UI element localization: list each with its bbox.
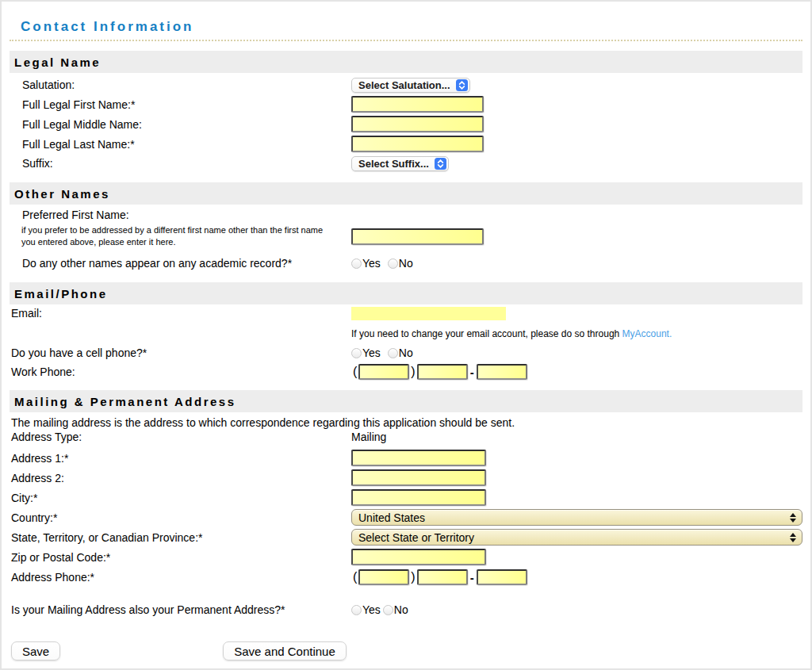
middle-name-input[interactable]	[351, 116, 484, 132]
state-select[interactable]: Select State or Territory	[351, 529, 802, 546]
last-name-label: Full Legal Last Name:*	[10, 138, 351, 151]
suffix-select-value: Select Suffix...	[358, 158, 429, 170]
preferred-name-label-row: Preferred First Name:	[10, 207, 802, 223]
section-header-label: Other Names	[14, 187, 110, 201]
address-type-value: Mailing	[351, 431, 386, 443]
work-phone-line-input[interactable]	[477, 364, 527, 380]
cell-phone-row: Do you have a cell phone?* Yes No	[10, 344, 802, 362]
address1-row: Address 1:*	[10, 448, 802, 468]
save-button[interactable]: Save	[11, 641, 60, 660]
phone-open-paren: (	[353, 570, 357, 584]
address1-label: Address 1:*	[10, 452, 351, 465]
myaccount-link[interactable]: MyAccount.	[622, 328, 672, 339]
salutation-row: Salutation: Select Salutation...	[10, 75, 802, 94]
address-phone-line-input[interactable]	[477, 569, 527, 585]
state-row: State, Territory, or Canadian Province:*…	[10, 527, 802, 547]
cell-yes-radio[interactable]	[351, 348, 362, 358]
select-arrows-icon	[790, 533, 796, 542]
salutation-label: Salutation:	[10, 78, 351, 91]
phone-close-paren: )	[411, 365, 415, 379]
permanent-yes-radio[interactable]	[351, 605, 362, 615]
address-phone-label: Address Phone:*	[10, 571, 351, 584]
phone-open-paren: (	[353, 365, 357, 379]
permanent-address-question: Is your Mailing Address also your Perman…	[10, 603, 351, 616]
work-phone-prefix-input[interactable]	[417, 364, 468, 380]
first-name-input[interactable]	[351, 96, 484, 113]
city-label: City:*	[10, 492, 351, 504]
state-label: State, Territory, or Canadian Province:*	[10, 531, 351, 544]
address2-input[interactable]	[351, 469, 486, 486]
work-phone-row: Work Phone: ( ) -	[10, 362, 802, 382]
work-phone-area-input[interactable]	[358, 364, 409, 380]
select-arrows-icon	[456, 79, 468, 91]
address-type-label: Address Type:	[10, 431, 351, 443]
preferred-name-input[interactable]	[351, 228, 484, 245]
country-select-value: United States	[358, 511, 425, 524]
yes-radio-label: Yes	[362, 603, 381, 616]
select-arrows-icon	[435, 158, 446, 170]
section-header-label: Email/Phone	[14, 287, 108, 301]
salutation-select-value: Select Salutation...	[358, 79, 450, 91]
phone-dash: -	[470, 571, 474, 584]
section-header-label: Mailing & Permanent Address	[14, 395, 236, 408]
section-header-mailing-address: Mailing & Permanent Address	[10, 390, 802, 412]
email-row: Email:	[10, 304, 802, 322]
zip-row: Zip or Postal Code:*	[10, 547, 802, 567]
address-phone-prefix-input[interactable]	[417, 569, 468, 585]
zip-label: Zip or Postal Code:*	[10, 551, 351, 564]
state-select-value: Select State or Territory	[358, 531, 474, 544]
section-header-email-phone: Email/Phone	[10, 282, 802, 304]
cell-phone-question: Do you have a cell phone?*	[10, 346, 351, 359]
section-header-label: Legal Name	[14, 56, 101, 69]
middle-name-label: Full Legal Middle Name:	[10, 118, 351, 131]
academic-record-question: Do any other names appear on any academi…	[10, 257, 351, 270]
contact-form: Contact Information Legal Name Salutatio…	[0, 0, 812, 670]
first-name-label: Full Legal First Name:*	[10, 98, 351, 111]
academic-yes-radio[interactable]	[351, 258, 362, 269]
save-and-continue-button[interactable]: Save and Continue	[223, 641, 347, 660]
email-label: Email:	[10, 307, 351, 320]
preferred-name-row: if you prefer to be addressed by a diffe…	[10, 223, 802, 250]
email-input[interactable]	[351, 307, 506, 320]
section-header-other-names: Other Names	[10, 182, 802, 205]
preferred-name-label: Preferred First Name:	[10, 209, 351, 221]
salutation-select[interactable]: Select Salutation...	[351, 78, 470, 93]
email-note: If you need to change your email account…	[351, 328, 672, 339]
address2-label: Address 2:	[10, 472, 351, 484]
mailing-description: The mailing address is the address to wh…	[10, 416, 802, 430]
permanent-address-row: Is your Mailing Address also your Perman…	[10, 600, 802, 619]
academic-no-radio[interactable]	[388, 258, 398, 269]
suffix-row: Suffix: Select Suffix...	[10, 154, 802, 173]
country-row: Country:* United States	[10, 507, 802, 527]
no-radio-label: No	[399, 257, 413, 270]
zip-input[interactable]	[351, 549, 486, 565]
country-select[interactable]: United States	[351, 509, 802, 526]
no-radio-label: No	[399, 346, 413, 359]
section-header-legal-name: Legal Name	[10, 51, 802, 73]
button-row: Save Save and Continue	[11, 641, 347, 660]
phone-close-paren: )	[411, 570, 415, 584]
suffix-select[interactable]: Select Suffix...	[351, 156, 449, 171]
city-row: City:*	[10, 488, 802, 507]
suffix-label: Suffix:	[10, 157, 351, 170]
last-name-input[interactable]	[351, 136, 484, 152]
page-title: Contact Information	[21, 19, 802, 35]
email-note-row: If you need to change your email account…	[10, 327, 802, 340]
address-phone-area-input[interactable]	[358, 569, 409, 585]
address1-input[interactable]	[351, 450, 486, 466]
cell-no-radio[interactable]	[388, 348, 398, 358]
no-radio-label: No	[394, 603, 408, 616]
middle-name-row: Full Legal Middle Name:	[10, 114, 802, 134]
yes-radio-label: Yes	[362, 257, 381, 270]
country-label: Country:*	[10, 511, 351, 524]
permanent-no-radio[interactable]	[383, 605, 393, 615]
address-phone-row: Address Phone:* ( ) -	[10, 567, 802, 588]
first-name-row: Full Legal First Name:*	[10, 94, 802, 114]
city-input[interactable]	[351, 489, 486, 506]
phone-dash: -	[470, 366, 474, 379]
academic-record-row: Do any other names appear on any academi…	[10, 254, 802, 273]
work-phone-label: Work Phone:	[10, 366, 351, 378]
last-name-row: Full Legal Last Name:*	[10, 134, 802, 154]
yes-radio-label: Yes	[362, 346, 381, 359]
preferred-name-help-text: if you prefer to be addressed by a diffe…	[10, 224, 351, 248]
